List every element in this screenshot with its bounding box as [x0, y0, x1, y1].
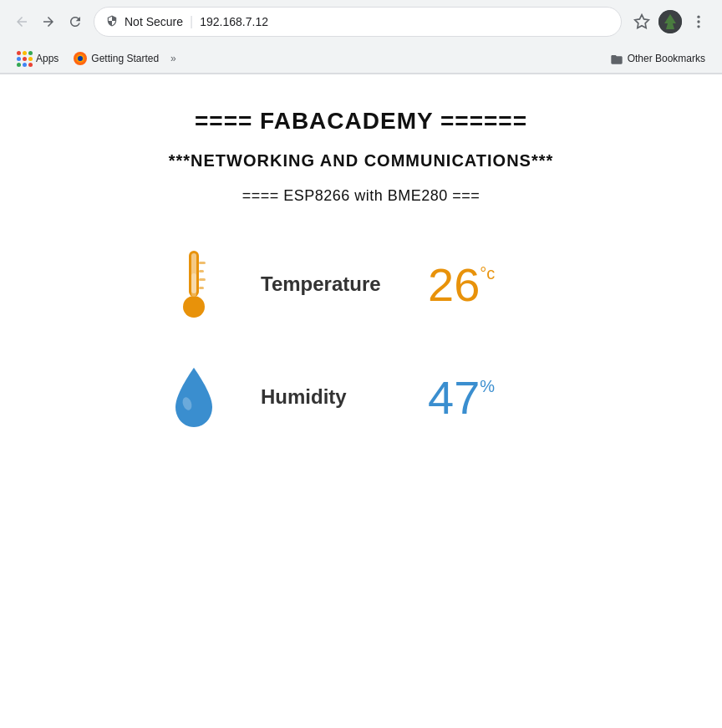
getting-started-label: Getting Started — [91, 53, 159, 64]
other-bookmarks[interactable]: Other Bookmarks — [603, 49, 712, 68]
humidity-number: 47 — [428, 370, 480, 425]
bookmarks-bar: Apps Getting Started » Other Bookmarks — [0, 43, 722, 74]
water-drop-icon — [169, 364, 219, 430]
svg-rect-12 — [199, 270, 204, 272]
firefox-icon — [74, 52, 87, 65]
thermometer-icon — [173, 247, 215, 322]
humidity-unit: % — [480, 377, 495, 396]
svg-point-8 — [78, 56, 83, 61]
svg-point-4 — [697, 20, 699, 23]
chevron-more[interactable]: » — [170, 53, 176, 64]
star-button[interactable] — [628, 8, 655, 35]
reload-button[interactable] — [64, 10, 87, 33]
temperature-number: 26 — [428, 257, 480, 312]
other-bookmarks-label: Other Bookmarks — [628, 53, 705, 64]
folder-icon — [610, 53, 623, 64]
temperature-value: 26°c — [428, 257, 562, 312]
temperature-row: Temperature 26°c — [17, 247, 705, 322]
thermometer-icon-wrap — [160, 247, 227, 322]
address-divider: | — [190, 14, 193, 29]
apps-label: Apps — [36, 53, 58, 64]
temperature-label: Temperature — [261, 272, 394, 296]
nav-buttons — [10, 10, 87, 33]
more-button[interactable] — [685, 8, 712, 35]
toolbar-icons — [628, 8, 712, 35]
page-subtitle: ***NETWORKING AND COMMUNICATIONS*** — [17, 151, 705, 171]
forward-button[interactable] — [37, 10, 60, 33]
svg-point-10 — [183, 296, 205, 318]
temperature-unit: °c — [480, 264, 495, 283]
humidity-label: Humidity — [261, 385, 394, 409]
profile-avatar[interactable] — [658, 10, 682, 33]
browser-toolbar: Not Secure | 192.168.7.12 — [0, 0, 722, 43]
apps-grid-icon — [17, 51, 32, 66]
humidity-icon-wrap — [160, 364, 227, 430]
not-secure-label: Not Secure — [125, 15, 183, 28]
svg-point-3 — [697, 16, 699, 18]
svg-rect-11 — [199, 262, 206, 264]
svg-marker-0 — [635, 15, 649, 28]
svg-rect-16 — [191, 273, 196, 297]
svg-point-5 — [697, 25, 699, 28]
address-bar[interactable]: Not Secure | 192.168.7.12 — [94, 7, 622, 37]
svg-rect-14 — [199, 287, 204, 289]
getting-started-bookmark[interactable]: Getting Started — [67, 48, 165, 69]
page-subtitle2: ==== ESP8266 with BME280 === — [17, 187, 705, 205]
security-icon — [106, 15, 118, 29]
address-url: 192.168.7.12 — [200, 15, 268, 28]
humidity-row: Humidity 47% — [17, 364, 705, 430]
browser-chrome: Not Secure | 192.168.7.12 — [0, 0, 722, 74]
humidity-value: 47% — [428, 370, 562, 425]
apps-bookmark[interactable]: Apps — [10, 48, 65, 69]
page-title: ==== FABACADEMY ====== — [17, 108, 705, 135]
back-button[interactable] — [10, 10, 33, 33]
page-content: ==== FABACADEMY ====== ***NETWORKING AND… — [0, 74, 722, 506]
svg-rect-13 — [199, 278, 206, 281]
